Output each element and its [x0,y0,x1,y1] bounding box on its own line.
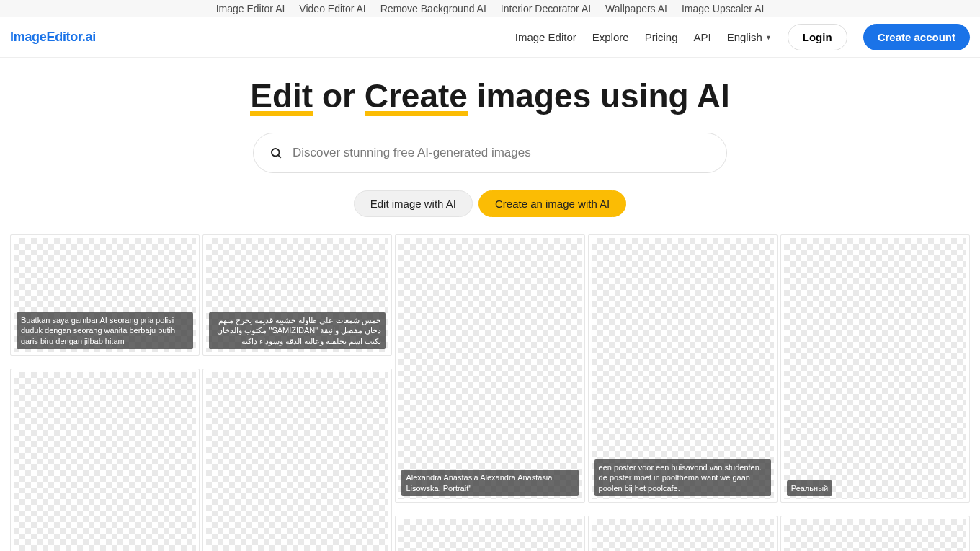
hero-title: Edit or Create images using AI [0,76,980,115]
nav-wallpapers-ai[interactable]: Wallpapers AI [605,3,667,14]
image-caption: een poster voor een huisavond van studen… [594,459,771,496]
site-logo[interactable]: ImageEditor.ai [10,30,96,45]
nav-api[interactable]: API [693,31,710,43]
svg-point-0 [272,149,280,157]
gallery-card[interactable] [780,516,970,551]
hero-action-row: Edit image with AI Create an image with … [0,190,980,217]
gallery-column: خمس شمعات على طاوله خشبيه قديمه يخرج منه… [202,234,392,551]
image-placeholder [206,372,388,551]
image-placeholder [398,519,581,551]
image-caption: خمس شمعات على طاوله خشبيه قديمه يخرج منه… [209,312,386,349]
search-icon [270,146,282,159]
image-placeholder [784,238,966,499]
main-header: ImageEditor.ai Image Editor Explore Pric… [0,17,980,58]
nav-pricing[interactable]: Pricing [645,31,678,43]
gallery-card[interactable] [10,369,200,551]
gallery-card[interactable] [395,516,584,551]
gallery-card[interactable] [588,516,778,551]
hero-word-create: Create [365,77,468,115]
language-select[interactable]: English ▼ [727,31,772,43]
gallery-card[interactable]: Alexandra Anastasia Alexandra Anastasia … [395,234,584,503]
image-caption: Buatkan saya gambar AI seorang pria poli… [17,312,193,349]
login-button[interactable]: Login [788,24,847,50]
gallery-card[interactable]: een poster voor een huisavond van studen… [588,234,778,503]
gallery-column: Alexandra Anastasia Alexandra Anastasia … [395,234,584,551]
chevron-down-icon: ▼ [765,34,772,41]
primary-nav: Image Editor Explore Pricing API English… [515,24,970,50]
nav-explore[interactable]: Explore [592,31,629,43]
nav-remove-background-ai[interactable]: Remove Background AI [380,3,486,14]
language-label: English [727,31,762,43]
svg-line-1 [278,155,281,158]
gallery-card[interactable]: Buatkan saya gambar AI seorang pria poli… [10,234,200,356]
image-placeholder [398,238,581,499]
hero-tail: images using AI [468,77,730,115]
image-caption: Alexandra Anastasia Alexandra Anastasia … [401,470,578,496]
create-image-button[interactable]: Create an image with AI [478,190,626,217]
image-gallery: Buatkan saya gambar AI seorang pria poli… [10,234,970,551]
hero-word-edit: Edit [250,77,313,115]
nav-image-editor[interactable]: Image Editor [515,31,576,43]
gallery-card[interactable] [202,369,392,551]
image-placeholder [14,372,196,551]
gallery-column: Buatkan saya gambar AI seorang pria poli… [10,234,200,551]
create-account-button[interactable]: Create account [863,24,970,50]
gallery-column: Реальный [780,234,970,551]
search-input[interactable] [293,146,710,160]
image-placeholder [784,519,966,551]
image-caption: Реальный [787,480,832,496]
gallery-card[interactable]: خمس شمعات على طاوله خشبيه قديمه يخرج منه… [202,234,392,356]
edit-image-button[interactable]: Edit image with AI [354,190,473,217]
hero-word-or: or [313,77,365,115]
search-container[interactable] [253,133,727,173]
nav-image-upscaler-ai[interactable]: Image Upscaler AI [682,3,764,14]
nav-image-editor-ai[interactable]: Image Editor AI [216,3,285,14]
image-placeholder [592,519,774,551]
nav-video-editor-ai[interactable]: Video Editor AI [299,3,365,14]
top-utility-nav: Image Editor AI Video Editor AI Remove B… [0,0,980,17]
gallery-column: een poster voor een huisavond van studen… [588,234,778,551]
nav-interior-decorator-ai[interactable]: Interior Decorator AI [501,3,591,14]
gallery-card[interactable]: Реальный [780,234,970,503]
